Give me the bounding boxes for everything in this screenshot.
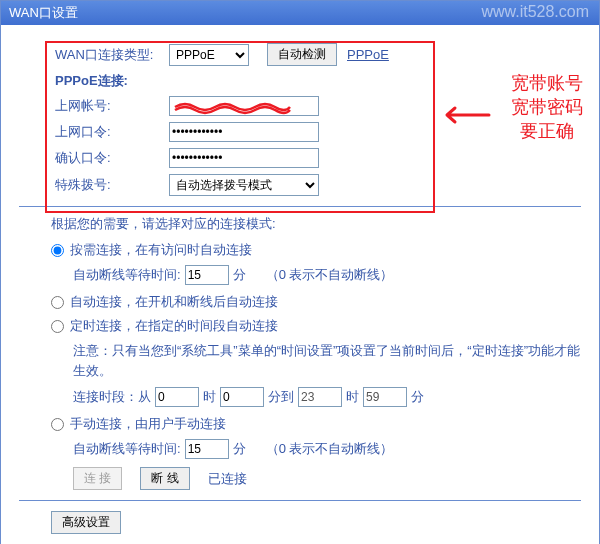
label-auto: 自动连接，在开机和断线后自动连接 xyxy=(70,293,278,311)
idle-time-2[interactable] xyxy=(185,439,229,459)
watermark-top: www.it528.com xyxy=(481,3,589,21)
label-manual: 手动连接，由用户手动连接 xyxy=(70,415,226,433)
idle-time-1[interactable] xyxy=(185,265,229,285)
content-area: 宽带账号 宽带密码 要正确 WAN口连接类型: PPPoE 自动检测 PPPoE… xyxy=(1,25,599,534)
row-user: 上网帐号: xyxy=(19,96,581,116)
time-m2 xyxy=(363,387,407,407)
idle-note-2: （0 表示不自动断线） xyxy=(266,440,394,458)
panel-title: WAN口设置 xyxy=(9,5,78,20)
manual-sub: 自动断线等待时间: 分 （0 表示不自动断线） xyxy=(73,439,581,459)
label-confirm: 确认口令: xyxy=(19,149,169,167)
auto-detect-button[interactable]: 自动检测 xyxy=(267,43,337,66)
label-conn-type: WAN口连接类型: xyxy=(19,46,169,64)
connect-button: 连 接 xyxy=(73,467,122,490)
row-pppoe-header: PPPoE连接: xyxy=(19,72,581,90)
time-sub: 连接时段：从 时 分到 时 分 xyxy=(73,387,581,407)
label-special: 特殊拨号: xyxy=(19,176,169,194)
divider-1 xyxy=(19,206,581,207)
radio-auto[interactable] xyxy=(51,296,64,309)
label-pass: 上网口令: xyxy=(19,123,169,141)
titlebar: WAN口设置 www.it528.com xyxy=(1,1,599,25)
divider-2 xyxy=(19,500,581,501)
time-h1[interactable] xyxy=(155,387,199,407)
time-period-label: 连接时段：从 xyxy=(73,388,151,406)
row-special: 特殊拨号: 自动选择拨号模式 xyxy=(19,174,581,196)
radio-on-demand[interactable] xyxy=(51,244,64,257)
idle-note-1: （0 表示不自动断线） xyxy=(266,266,394,284)
advanced-row: 高级设置 xyxy=(51,511,581,534)
idle-label-2: 自动断线等待时间: xyxy=(73,440,181,458)
time-hour-1: 时 xyxy=(203,388,216,406)
dial-mode-select[interactable]: 自动选择拨号模式 xyxy=(169,174,319,196)
min-2: 分 xyxy=(233,440,246,458)
time-m1[interactable] xyxy=(220,387,264,407)
advanced-button[interactable]: 高级设置 xyxy=(51,511,121,534)
username-input[interactable] xyxy=(169,96,319,116)
connection-buttons: 连 接 断 线 已连接 xyxy=(73,467,581,490)
row-pass: 上网口令: xyxy=(19,122,581,142)
pppoe-link[interactable]: PPPoE xyxy=(347,47,389,62)
label-user: 上网帐号: xyxy=(19,97,169,115)
time-note: 注意：只有当您到“系统工具”菜单的“时间设置”项设置了当前时间后，“定时连接”功… xyxy=(73,341,581,381)
radio-row-auto: 自动连接，在开机和断线后自动连接 xyxy=(51,293,581,311)
time-hour-2: 时 xyxy=(346,388,359,406)
idle-label-1: 自动断线等待时间: xyxy=(73,266,181,284)
label-time: 定时连接，在指定的时间段自动连接 xyxy=(70,317,278,335)
time-h2 xyxy=(298,387,342,407)
disconnect-button[interactable]: 断 线 xyxy=(140,467,189,490)
mode-prompt: 根据您的需要，请选择对应的连接模式: xyxy=(51,215,581,233)
radio-row-on-demand: 按需连接，在有访问时自动连接 xyxy=(51,241,581,259)
wan-settings-panel: WAN口设置 www.it528.com 宽带账号 宽带密码 要正确 WAN口连… xyxy=(0,0,600,544)
row-confirm: 确认口令: xyxy=(19,148,581,168)
radio-row-manual: 手动连接，由用户手动连接 xyxy=(51,415,581,433)
radio-manual[interactable] xyxy=(51,418,64,431)
conn-type-select[interactable]: PPPoE xyxy=(169,44,249,66)
password-input[interactable] xyxy=(169,122,319,142)
connection-status: 已连接 xyxy=(208,470,247,488)
row-conn-type: WAN口连接类型: PPPoE 自动检测 PPPoE xyxy=(19,43,581,66)
min-1: 分 xyxy=(233,266,246,284)
connection-mode-section: 根据您的需要，请选择对应的连接模式: 按需连接，在有访问时自动连接 自动断线等待… xyxy=(19,215,581,490)
time-min: 分 xyxy=(411,388,424,406)
radio-row-time: 定时连接，在指定的时间段自动连接 xyxy=(51,317,581,335)
label-on-demand: 按需连接，在有访问时自动连接 xyxy=(70,241,252,259)
label-pppoe: PPPoE连接: xyxy=(19,72,169,90)
confirm-password-input[interactable] xyxy=(169,148,319,168)
radio-time[interactable] xyxy=(51,320,64,333)
time-min-to: 分到 xyxy=(268,388,294,406)
on-demand-sub: 自动断线等待时间: 分 （0 表示不自动断线） xyxy=(73,265,581,285)
